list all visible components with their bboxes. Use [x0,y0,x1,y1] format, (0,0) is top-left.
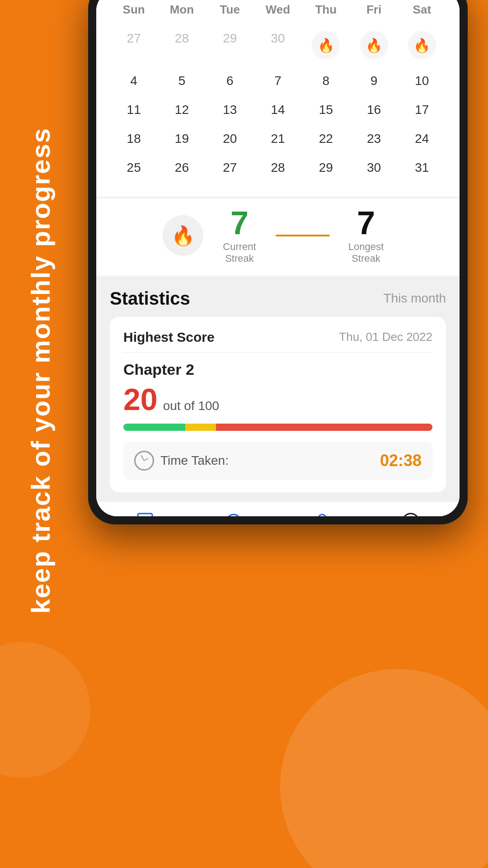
flame-icon-thu: 🔥 [318,38,334,53]
cal-cell-4: 4 [110,67,158,94]
cal-cell-fri-flame: 🔥 [350,25,398,66]
cal-cell-24: 24 [398,125,446,152]
cal-cell-28: 28 [158,25,206,66]
side-text-content: keep track of your monthly progress [26,127,56,614]
cal-header-thu: Thu [302,0,350,20]
cal-cell-30p: 30 [254,25,302,66]
cal-cell-14: 14 [254,96,302,123]
bottom-nav: Practice History [96,501,460,516]
streak-flame-circle: 🔥 [163,215,203,256]
flame-badge-thu: 🔥 [312,31,340,59]
current-streak-label: CurrentStreak [223,241,256,265]
time-taken-label: Time Taken: [160,453,229,468]
cal-header-mon: Mon [158,0,206,20]
cal-cell-17: 17 [398,96,446,123]
cal-cell-23: 23 [350,125,398,152]
cal-cell-5: 5 [158,67,206,94]
svg-point-4 [226,514,241,516]
cal-header-sat: Sat [398,0,446,20]
cal-cell-20: 20 [206,125,254,152]
cal-cell-27: 27 [110,25,158,66]
cal-cell-21: 21 [254,125,302,152]
practice-icon [133,510,157,516]
cal-row-3: 11 12 13 14 15 16 17 [110,96,446,123]
nav-item-profile[interactable]: Profile [366,510,455,516]
cal-cell-28b: 28 [254,154,302,181]
chapter-label: Chapter 2 [123,361,432,378]
current-streak-value: 7 [230,207,249,239]
cal-row-2: 4 5 6 7 8 9 10 [110,67,446,94]
score-value-row: 20 out of 100 [123,384,432,415]
score-date: Thu, 01 Dec 2022 [339,330,432,344]
bg-circle-right [280,669,488,868]
stats-period: This month [384,291,446,306]
longest-streak-value: 7 [357,207,375,239]
score-card: Highest Score Thu, 01 Dec 2022 Chapter 2… [110,317,446,492]
cal-header-fri: Fri [350,0,398,20]
calendar-grid: Sun Mon Tue Wed Thu Fri Sat 27 28 29 30 [110,0,446,181]
highest-score-label: Highest Score [123,330,215,345]
cal-cell-22: 22 [302,125,350,152]
cal-header-wed: Wed [254,0,302,20]
cal-cell-6: 6 [206,67,254,94]
cal-cell-30b: 30 [350,154,398,181]
longest-streak-item: 7 LongestStreak [339,207,393,265]
time-value: 02:38 [380,451,422,470]
time-taken-row: Time Taken: 02:38 [123,442,432,480]
progress-red [216,424,432,431]
cal-cell-29: 29 [206,25,254,66]
side-text: keep track of your monthly progress [0,54,81,687]
cal-cell-12: 12 [158,96,206,123]
store-icon [310,510,334,516]
svg-rect-0 [138,514,152,516]
time-taken-left: Time Taken: [134,451,229,471]
cal-cell-27b: 27 [206,154,254,181]
cal-cell-25: 25 [110,154,158,181]
stats-title: Statistics [110,288,190,309]
cal-cell-16: 16 [350,96,398,123]
svg-point-9 [403,514,419,516]
current-streak-item: 7 CurrentStreak [212,207,267,265]
nav-item-practice[interactable]: Practice [101,510,189,516]
cal-row-4: 18 19 20 21 22 23 24 [110,125,446,152]
cal-cell-10: 10 [398,67,446,94]
calendar-section: Sun Mon Tue Wed Thu Fri Sat 27 28 29 30 [96,0,460,197]
flame-badge-fri: 🔥 [360,31,388,59]
progress-green [123,424,185,431]
cal-cell-19: 19 [158,125,206,152]
streak-main-flame: 🔥 [171,225,195,247]
score-divider [123,352,432,353]
stats-section: Statistics This month Highest Score Thu,… [96,276,460,501]
calendar-header-row: Sun Mon Tue Wed Thu Fri Sat [110,0,446,20]
cal-cell-29b: 29 [302,154,350,181]
flame-icon-sat: 🔥 [413,38,430,53]
profile-icon [399,510,422,516]
cal-cell-7: 7 [254,67,302,94]
cal-cell-26: 26 [158,154,206,181]
cal-cell-thu-flame: 🔥 [302,25,350,66]
cal-header-tue: Tue [206,0,254,20]
cal-cell-13: 13 [206,96,254,123]
cal-cell-31: 31 [398,154,446,181]
cal-cell-18: 18 [110,125,158,152]
score-out-of: out of 100 [163,399,220,413]
flame-badge-sat: 🔥 [408,31,436,59]
cal-cell-sat-flame: 🔥 [398,25,446,66]
streak-divider-line [276,235,330,236]
cal-cell-8: 8 [302,67,350,94]
cal-row-1: 27 28 29 30 🔥 🔥 [110,25,446,66]
history-icon [222,510,245,516]
cal-cell-9: 9 [350,67,398,94]
stats-header: Statistics This month [110,276,446,317]
flame-icon-fri: 🔥 [366,38,382,53]
cal-row-5: 25 26 27 28 29 30 31 [110,154,446,181]
score-big-number: 20 [123,384,158,415]
streak-section: 🔥 7 CurrentStreak 7 LongestStreak [96,198,460,276]
progress-yellow [185,424,216,431]
phone-frame: Sun Mon Tue Wed Thu Fri Sat 27 28 29 30 [88,0,468,524]
longest-streak-label: LongestStreak [348,241,384,265]
score-progress-bar [123,424,432,431]
nav-item-store[interactable]: Store [278,510,366,516]
cal-header-sun: Sun [110,0,158,20]
nav-item-history[interactable]: History [189,510,278,516]
